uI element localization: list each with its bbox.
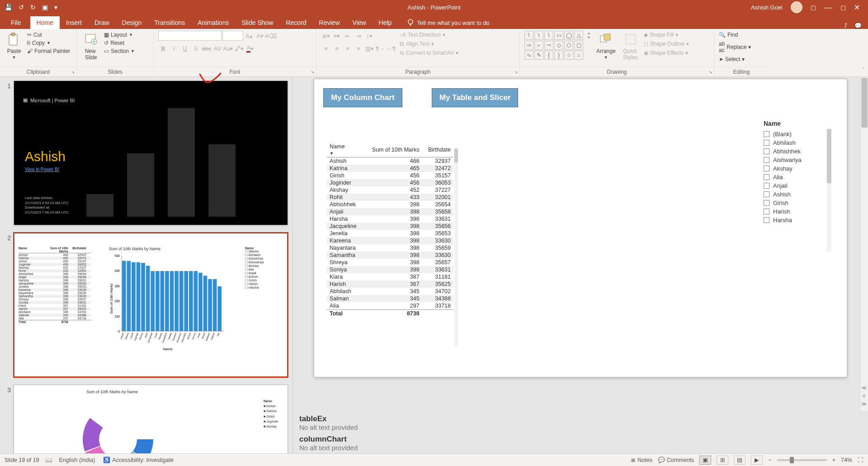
shape-free-icon[interactable]: ✎ (534, 51, 543, 60)
drawing-dialog-icon[interactable]: ↘ (708, 69, 712, 74)
shapes-gallery-more[interactable]: ▲▼ (587, 31, 591, 40)
format-painter-button[interactable]: 🖌Format Painter (27, 47, 70, 55)
shape-tri-icon[interactable]: △ (574, 31, 583, 40)
slide-thumbnails-panel[interactable]: 1 ▦Microsoft | Power BI Ashish View in P… (0, 77, 293, 453)
tab-design[interactable]: Design (116, 16, 148, 29)
prev-slide-icon[interactable]: ≪ (860, 384, 868, 392)
fit-slide-icon[interactable]: ≡ (860, 392, 868, 400)
tab-file[interactable]: File (5, 16, 30, 29)
zoom-in-button[interactable]: + (832, 457, 835, 463)
slicer-item[interactable]: Alia (764, 173, 831, 181)
checkbox-icon[interactable] (764, 157, 769, 163)
reading-view-button[interactable]: ▤ (734, 456, 745, 465)
table-scrollbar[interactable] (454, 147, 458, 346)
slide-counter[interactable]: Slide 19 of 19 (5, 457, 39, 463)
tab-insert[interactable]: Insert (60, 16, 88, 29)
fit-window-button[interactable]: ⛶ (858, 457, 863, 463)
shape-line2-icon[interactable]: \ (534, 31, 543, 40)
slicer-item[interactable]: Aishwariya (764, 156, 831, 164)
shape-oval-icon[interactable]: ◯ (564, 31, 573, 40)
checkbox-icon[interactable] (764, 131, 769, 137)
checkbox-icon[interactable] (764, 140, 769, 146)
select-button[interactable]: ➤Select ▾ (719, 55, 745, 63)
bullets-button[interactable]: ≣▾ (321, 31, 331, 41)
normal-view-button[interactable]: ▣ (699, 456, 711, 465)
tab-home[interactable]: Home (30, 16, 60, 29)
quick-styles-button[interactable]: Quick Styles (621, 31, 640, 62)
find-button[interactable]: 🔍Find (719, 31, 738, 39)
slicer-item[interactable]: Ashish (764, 190, 831, 199)
next-slide-icon[interactable]: ≫ (860, 400, 868, 408)
paragraph-dialog-icon[interactable]: ↘ (514, 69, 518, 74)
column-chart-button[interactable]: My Column Chart (323, 88, 402, 107)
bold-button[interactable]: B (158, 43, 168, 53)
checkbox-icon[interactable] (764, 166, 769, 171)
tab-transitions[interactable]: Transitions (148, 16, 191, 29)
shadow-button[interactable]: S (191, 43, 201, 53)
shape-brace-l-icon[interactable]: { (544, 51, 553, 60)
shape-star-icon[interactable]: ☆ (564, 51, 573, 60)
checkbox-icon[interactable] (764, 183, 769, 189)
justify-button[interactable]: ≡ (354, 43, 363, 53)
slicer-item[interactable]: Akshay (764, 164, 831, 173)
reset-button[interactable]: ↺Reset (104, 39, 135, 47)
align-center-button[interactable]: ≡ (332, 43, 342, 53)
comments-button[interactable]: 💬Comments (658, 456, 694, 463)
checkbox-icon[interactable] (764, 174, 769, 180)
checkbox-icon[interactable] (764, 217, 769, 223)
tab-animations[interactable]: Animations (191, 16, 235, 29)
shape-diamond-icon[interactable]: ◇ (554, 41, 563, 50)
sorter-view-button[interactable]: ⊞ (717, 456, 728, 465)
tab-review[interactable]: Review (313, 16, 346, 29)
slicer[interactable]: Name (Blank)AbhilashAbhishhekAishwariyaA… (764, 120, 831, 224)
char-spacing-button[interactable]: AV (212, 43, 222, 53)
tab-view[interactable]: View (346, 16, 373, 29)
share-icon[interactable]: ⤴ (844, 22, 847, 29)
tab-help[interactable]: Help (373, 16, 398, 29)
strikethrough-button[interactable]: abc (202, 43, 212, 53)
save-icon[interactable]: 💾 (5, 4, 12, 11)
shape-conn-icon[interactable]: ⤳ (544, 41, 553, 50)
align-text-button[interactable]: ⊟Align Text ▾ (400, 40, 458, 48)
highlight-button[interactable]: 🖍▾ (234, 43, 244, 53)
user-name[interactable]: Ashish Goel (751, 4, 783, 11)
tab-slideshow[interactable]: Slide Show (235, 16, 279, 29)
slide-thumbnail-1[interactable]: ▦Microsoft | Power BI Ashish View in Pow… (14, 81, 288, 225)
language-status[interactable]: English (India) (59, 457, 95, 463)
slicer-scrollbar[interactable] (827, 129, 831, 251)
notes-button[interactable]: ≣Notes (631, 456, 652, 463)
slide-thumbnail-2[interactable]: NameSum of 10th MarksBirthdateAshish4663… (14, 233, 288, 377)
font-color-button[interactable]: A▾ (245, 43, 255, 53)
arrange-button[interactable]: Arrange▼ (594, 31, 618, 61)
underline-button[interactable]: U (180, 43, 190, 53)
shape-arrow-icon[interactable]: ⇨ (524, 41, 533, 50)
grow-font-button[interactable]: A▴ (244, 31, 254, 41)
section-button[interactable]: ▭Section ▼ (104, 47, 135, 55)
collapse-ribbon-icon[interactable]: ˆ (863, 67, 864, 74)
undo-icon[interactable]: ↺ (19, 4, 24, 11)
cut-button[interactable]: ✂Cut (27, 31, 70, 39)
slide-canvas-scroll[interactable]: My Column Chart My Table and Slicer Name… (293, 77, 868, 411)
shape-line-icon[interactable]: \ (524, 31, 533, 40)
zoom-slider[interactable] (777, 459, 827, 461)
new-slide-button[interactable]: New Slide (81, 31, 100, 62)
redo-icon[interactable]: ↻ (30, 4, 36, 11)
avatar[interactable] (791, 1, 802, 13)
shape-hex-icon[interactable]: ⬡ (564, 41, 573, 50)
checkbox-icon[interactable] (764, 148, 769, 154)
rtl-button[interactable]: ←¶ (386, 43, 396, 53)
shape-elbow-icon[interactable]: ⌐ (534, 41, 543, 50)
slicer-item[interactable]: Abhilash (764, 138, 831, 147)
layout-button[interactable]: ▦Layout ▼ (104, 31, 135, 39)
slicer-item[interactable]: Harsha (764, 216, 831, 224)
zoom-level[interactable]: 74% (841, 457, 852, 463)
shrink-font-button[interactable]: A▾ (255, 31, 265, 41)
maximize-icon[interactable]: ▢ (840, 4, 846, 11)
columns-button[interactable]: ▥▾ (364, 43, 374, 53)
increase-indent-button[interactable]: ⇥ (354, 31, 363, 41)
close-icon[interactable]: ✕ (854, 3, 860, 12)
ltr-button[interactable]: ¶→ (375, 43, 385, 53)
slideshow-view-button[interactable]: ▶ (751, 456, 763, 465)
shape-callout-icon[interactable]: ⌂ (574, 51, 583, 60)
replace-button[interactable]: abacReplace ▾ (719, 40, 751, 54)
